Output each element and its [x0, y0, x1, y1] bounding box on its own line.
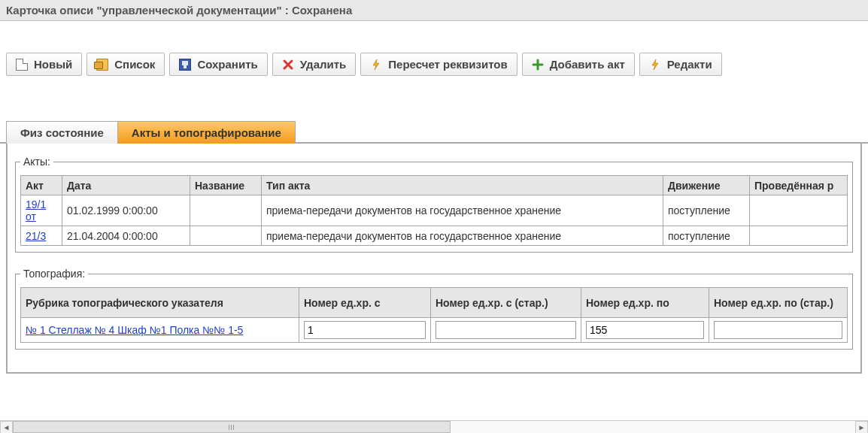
col-from-old[interactable]: Номер ед.хр. с (стар.) — [431, 288, 581, 318]
tab-phys-state[interactable]: Физ состояние — [6, 121, 118, 144]
acts-fieldset: Акты: Акт Дата Название Тип акта Движени… — [15, 156, 853, 253]
rubric-link[interactable]: № 1 Стеллаж № 4 Шкаф №1 Полка №№ 1-5 — [26, 324, 243, 336]
cell-movement: поступление — [663, 195, 750, 226]
cell-date: 01.02.1999 0:00:00 — [62, 195, 190, 226]
folder-icon — [96, 59, 108, 71]
col-name[interactable]: Название — [190, 176, 262, 195]
scroll-right-arrow[interactable]: ► — [855, 421, 868, 434]
list-button[interactable]: Список — [86, 53, 165, 76]
delete-label: Удалить — [300, 58, 347, 71]
topo-legend: Топография: — [20, 268, 88, 280]
lightning-icon — [649, 59, 661, 71]
to-old-input[interactable] — [714, 321, 842, 339]
cell-conducted — [750, 226, 848, 246]
acts-legend: Акты: — [20, 156, 53, 168]
cell-type: приема-передачи документов на государств… — [262, 195, 663, 226]
horizontal-scrollbar[interactable]: ◄ ► — [0, 420, 868, 433]
recalc-button[interactable]: Пересчет реквизитов — [360, 53, 517, 76]
save-button[interactable]: Сохранить — [169, 53, 267, 76]
new-label: Новый — [34, 58, 72, 71]
col-rubric[interactable]: Рубрика топографического указателя — [21, 288, 299, 318]
act-link[interactable]: 19/1 от — [26, 198, 46, 223]
tab-bar: Физ состояние Акты и топографирование — [0, 120, 868, 144]
list-label: Список — [114, 58, 155, 71]
scroll-left-arrow[interactable]: ◄ — [0, 421, 13, 434]
cell-type: приема-передачи документов на государств… — [262, 226, 663, 246]
acts-table: Акт Дата Название Тип акта Движение Пров… — [20, 175, 848, 246]
add-act-label: Добавить акт — [550, 58, 625, 71]
from-input[interactable] — [304, 321, 426, 339]
table-row[interactable]: 19/1 от 01.02.1999 0:00:00 приема-переда… — [21, 195, 848, 226]
tab-panel: Акты: Акт Дата Название Тип акта Движени… — [6, 144, 862, 374]
col-to-old[interactable]: Номер ед.хр. по (стар.) — [709, 288, 848, 318]
delete-x-icon — [282, 59, 294, 71]
plus-icon — [532, 59, 544, 71]
table-row[interactable]: № 1 Стеллаж № 4 Шкаф №1 Полка №№ 1-5 — [21, 318, 848, 343]
topo-table: Рубрика топографического указателя Номер… — [20, 287, 848, 343]
add-act-button[interactable]: Добавить акт — [522, 53, 635, 76]
col-movement[interactable]: Движение — [663, 176, 750, 195]
col-type[interactable]: Тип акта — [262, 176, 663, 195]
lightning-icon — [370, 59, 382, 71]
col-conducted[interactable]: Проведённая р — [750, 176, 848, 195]
edit-label: Редакти — [667, 58, 712, 71]
delete-button[interactable]: Удалить — [272, 53, 357, 76]
col-date[interactable]: Дата — [62, 176, 190, 195]
col-to[interactable]: Номер ед.хр. по — [581, 288, 709, 318]
table-row[interactable]: 21/3 21.04.2004 0:00:00 приема-передачи … — [21, 226, 848, 246]
from-old-input[interactable] — [436, 321, 576, 339]
cell-name — [190, 195, 262, 226]
scroll-thumb[interactable] — [13, 421, 451, 433]
recalc-label: Пересчет реквизитов — [388, 58, 507, 71]
act-link[interactable]: 21/3 — [26, 230, 46, 242]
new-doc-icon — [16, 59, 28, 71]
cell-name — [190, 226, 262, 246]
cell-conducted — [750, 195, 848, 226]
col-act[interactable]: Акт — [21, 176, 62, 195]
scroll-track[interactable] — [13, 421, 855, 433]
edit-button[interactable]: Редакти — [639, 53, 722, 76]
cell-movement: поступление — [663, 226, 750, 246]
to-input[interactable] — [586, 321, 704, 339]
disk-icon — [179, 59, 191, 71]
cell-date: 21.04.2004 0:00:00 — [62, 226, 190, 246]
topo-fieldset: Топография: Рубрика топографического ука… — [15, 268, 853, 350]
tab-acts-topo[interactable]: Акты и топографирование — [117, 121, 296, 144]
toolbar: Новый Список Сохранить Удалить Пересчет … — [0, 53, 868, 76]
save-label: Сохранить — [197, 58, 257, 71]
new-button[interactable]: Новый — [6, 53, 82, 76]
col-from[interactable]: Номер ед.хр. с — [299, 288, 431, 318]
window-title: Карточка описи "управленческой документа… — [0, 0, 868, 21]
